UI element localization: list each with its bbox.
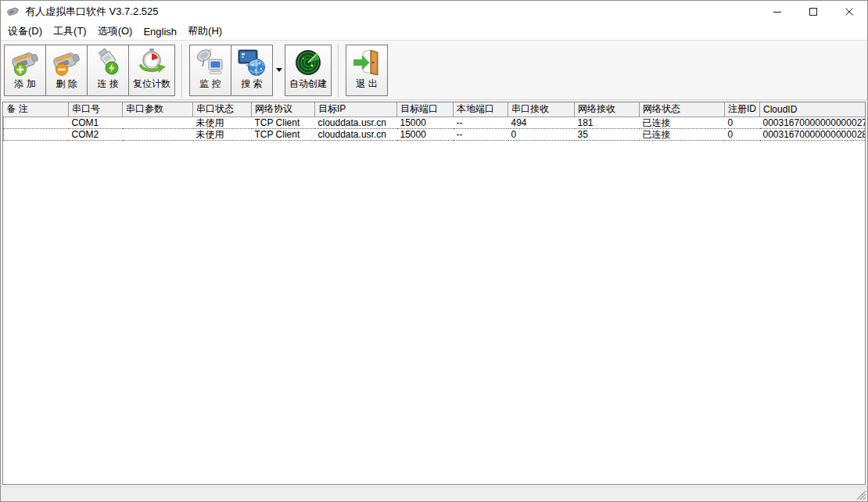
auto-create-button[interactable]: 自动创建 [285, 45, 332, 96]
column-header-reg-id[interactable]: 注册ID [725, 102, 760, 117]
menu-device[interactable]: 设备(D) [2, 23, 48, 40]
menu-tools[interactable]: 工具(T) [48, 23, 92, 40]
table-cell: 181 [575, 117, 640, 128]
add-button-label: 添 加 [14, 78, 35, 89]
status-bar [1, 486, 867, 501]
search-button-label: 搜 索 [241, 78, 262, 89]
column-header-net-protocol[interactable]: 网络协议 [252, 102, 315, 117]
column-header-cloud-id[interactable]: CloudID [760, 102, 866, 117]
table-cell: 00031670000000000028 [760, 128, 866, 140]
reset-count-button-label: 复位计数 [133, 78, 170, 89]
menu-bar: 设备(D) 工具(T) 选项(O) English 帮助(H) [1, 23, 867, 40]
port-listview: 备 注 串口号 串口参数 串口状态 网络协议 目标IP 目标端口 本地端口 串口… [2, 102, 866, 485]
table-cell: -- [454, 128, 508, 140]
exit-button[interactable]: 退 出 [346, 45, 388, 96]
maximize-button[interactable] [795, 1, 831, 23]
minimize-icon [773, 7, 782, 16]
toolbar-separator [181, 44, 183, 97]
table-cell [123, 128, 193, 140]
column-header-serial-params[interactable]: 串口参数 [123, 102, 193, 117]
table-cell: 15000 [397, 117, 454, 128]
title-bar: 有人虚拟串口软件 V3.7.2.525 [1, 1, 867, 23]
table-cell: 已连接 [640, 128, 725, 140]
stopwatch-reset-icon [137, 47, 167, 78]
search-dropdown[interactable] [273, 45, 285, 96]
table-cell: 494 [508, 117, 575, 128]
close-button[interactable] [831, 1, 867, 23]
table-cell: 35 [575, 128, 640, 140]
connect-button-label: 连 接 [97, 78, 118, 89]
chevron-down-icon [276, 68, 282, 72]
auto-create-button-label: 自动创建 [289, 78, 327, 89]
table-cell [4, 128, 69, 140]
table-row-com2[interactable]: COM2 未使用 TCP Client clouddata.usr.cn 150… [4, 128, 866, 140]
column-header-net-rx[interactable]: 网络接收 [575, 102, 640, 117]
table-header-row: 备 注 串口号 串口参数 串口状态 网络协议 目标IP 目标端口 本地端口 串口… [4, 102, 866, 117]
column-header-remark[interactable]: 备 注 [4, 102, 69, 117]
table-cell: COM2 [69, 128, 123, 140]
table-cell: 0 [508, 128, 575, 140]
table-row-com1[interactable]: COM1 未使用 TCP Client clouddata.usr.cn 150… [4, 117, 866, 128]
vcom-table: 备 注 串口号 串口参数 串口状态 网络协议 目标IP 目标端口 本地端口 串口… [3, 102, 866, 141]
column-header-serial-status[interactable]: 串口状态 [193, 102, 252, 117]
table-cell: clouddata.usr.cn [315, 117, 397, 128]
table-cell [123, 117, 193, 128]
table-cell: 0 [725, 128, 760, 140]
menu-english[interactable]: English [138, 24, 182, 39]
radar-icon [293, 47, 323, 78]
exit-button-label: 退 出 [356, 78, 377, 89]
table-cell: TCP Client [252, 117, 315, 128]
toolbar-separator [338, 44, 339, 97]
delete-button-label: 删 除 [56, 78, 77, 89]
table-cell: 已连接 [640, 117, 725, 128]
table-cell [4, 117, 69, 128]
caption-buttons [759, 1, 867, 23]
table-cell: 未使用 [193, 117, 252, 128]
network-search-icon [237, 47, 267, 78]
column-header-target-ip[interactable]: 目标IP [315, 102, 397, 117]
connect-button[interactable]: 连 接 [87, 45, 129, 96]
table-cell: -- [454, 117, 508, 128]
serial-delete-icon [52, 47, 81, 78]
monitor-button-label: 监 控 [199, 78, 221, 89]
delete-button[interactable]: 删 除 [45, 45, 88, 96]
connect-bolt-icon [93, 47, 123, 78]
toolbar: 添 加 删 除 [1, 40, 867, 100]
maximize-icon [809, 7, 818, 16]
table-cell: 未使用 [193, 128, 252, 140]
table-cell: 15000 [397, 128, 454, 140]
add-button[interactable]: 添 加 [4, 45, 46, 96]
resize-grip-icon[interactable] [855, 489, 866, 500]
column-header-net-status[interactable]: 网络状态 [640, 102, 725, 117]
table-cell: COM1 [69, 117, 123, 128]
column-header-target-port[interactable]: 目标端口 [397, 102, 454, 117]
app-logo-icon [7, 5, 20, 18]
reset-count-button[interactable]: 复位计数 [128, 45, 175, 96]
menu-options[interactable]: 选项(O) [92, 23, 138, 40]
column-header-serial-rx[interactable]: 串口接收 [508, 102, 575, 117]
monitor-button[interactable]: 监 控 [189, 45, 231, 96]
app-window: 有人虚拟串口软件 V3.7.2.525 设备(D) 工具(T) 选项(O) En… [0, 0, 868, 502]
close-icon [845, 7, 854, 16]
exit-door-icon [352, 47, 382, 78]
table-cell: 00031670000000000027 [760, 117, 866, 128]
column-header-com-port[interactable]: 串口号 [69, 102, 123, 117]
search-button[interactable]: 搜 索 [231, 45, 273, 96]
table-cell: 0 [725, 117, 760, 128]
serial-add-icon [10, 47, 40, 78]
menu-help[interactable]: 帮助(H) [182, 23, 228, 40]
minimize-button[interactable] [759, 1, 795, 23]
window-title: 有人虚拟串口软件 V3.7.2.525 [25, 5, 159, 19]
column-header-local-port[interactable]: 本地端口 [454, 102, 508, 117]
table-cell: clouddata.usr.cn [315, 128, 397, 140]
table-cell: TCP Client [252, 128, 315, 140]
satellite-monitor-icon [195, 47, 225, 78]
